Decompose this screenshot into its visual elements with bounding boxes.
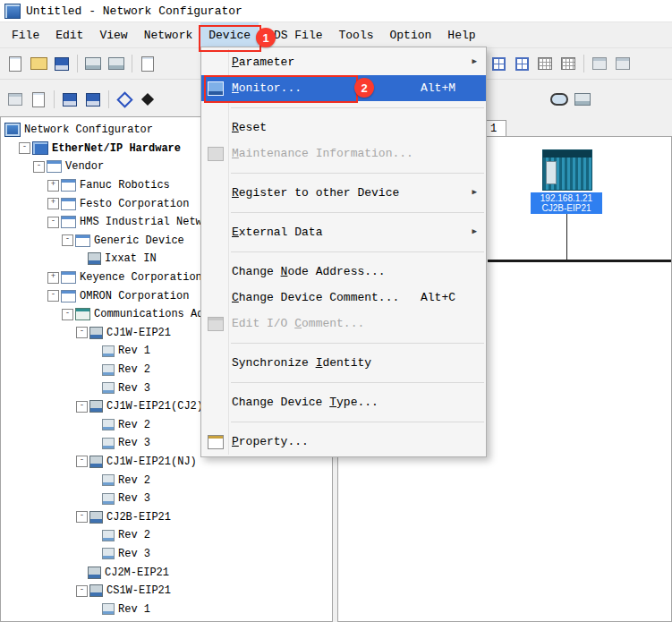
collapse-icon[interactable]: - (76, 585, 88, 597)
menu-option[interactable]: Option (382, 22, 440, 47)
collapse-icon[interactable]: - (76, 401, 88, 413)
collapse-icon[interactable]: - (76, 511, 88, 523)
rev-icon (102, 603, 115, 615)
expander-spacer (90, 549, 100, 558)
tree-item-label: CJ2B-EIP21 (106, 511, 171, 524)
monitor-icon (208, 81, 224, 96)
menu-network[interactable]: Network (136, 22, 201, 47)
toolbar-separator (132, 55, 132, 72)
submenu-arrow-icon: ▶ (472, 219, 477, 245)
menu-item-label: Edit I/O Comment... (232, 317, 364, 330)
upload-from-network-icon[interactable] (105, 53, 128, 74)
collapse-icon[interactable]: - (47, 217, 59, 228)
collapse-icon[interactable]: - (47, 290, 59, 302)
tree-item-label: Festo Corporation (80, 198, 189, 210)
device-label[interactable]: 192.168.1.21 CJ2B-EIP21 (531, 192, 602, 214)
menu-file[interactable]: File (4, 22, 47, 47)
open-file-icon[interactable] (27, 53, 50, 74)
expand-icon[interactable]: + (47, 272, 59, 284)
toolbar-separator (77, 55, 78, 72)
edit-sheet-icon[interactable] (136, 53, 159, 74)
application-window: Untitled - Network Configurator FileEdit… (0, 0, 672, 622)
window-tile-icon[interactable] (611, 53, 634, 74)
window-cascade-icon[interactable] (588, 53, 611, 74)
tree-item-label: Fanuc Robotics (80, 179, 170, 192)
hardware-icon (32, 141, 48, 155)
menu-item-label: Synchronize Identity (232, 356, 371, 370)
menu-item-reset[interactable]: Reset (201, 115, 486, 141)
find-device-icon[interactable] (548, 89, 571, 110)
menu-separator (231, 212, 484, 213)
large-icon-view-icon[interactable] (487, 53, 510, 74)
menu-item-parameter[interactable]: Parameter▶ (201, 49, 486, 75)
menu-item-monitor[interactable]: Monitor...Alt+M (201, 75, 486, 101)
menu-item-edit-i-o-comment: Edit I/O Comment... (201, 311, 486, 337)
adapter-icon (75, 308, 90, 320)
insert-device-icon[interactable] (136, 89, 159, 110)
device-icon (89, 327, 103, 339)
tree-item-label: CJ1W-EIP21(NJ) (106, 456, 197, 468)
upload-from-device-icon[interactable] (81, 89, 105, 110)
plc-top-band (543, 150, 591, 158)
plc-device-icon[interactable] (542, 149, 592, 191)
menu-item-change-device-comment[interactable]: Change Device Comment...Alt+C (201, 285, 486, 311)
expand-icon[interactable]: + (47, 180, 59, 192)
toolbar2-left-group (4, 89, 159, 110)
tree-item-rev-3[interactable]: Rev 3 (1, 545, 332, 564)
menu-item-register-to-other-device[interactable]: Register to other Device▶ (201, 180, 486, 206)
download-to-device-icon[interactable] (58, 89, 81, 110)
tree-item-label: Rev 3 (118, 548, 150, 560)
new-document-icon[interactable] (4, 53, 27, 74)
menu-item-property[interactable]: Property... (201, 429, 486, 455)
save-file-icon[interactable] (50, 53, 73, 74)
tree-item-cj2b-eip21[interactable]: -CJ2B-EIP21 (1, 507, 332, 526)
submenu-arrow-icon: ▶ (472, 49, 477, 75)
detail-view-icon[interactable] (557, 53, 580, 74)
parameter-edit-icon[interactable] (4, 89, 27, 110)
list-view-icon[interactable] (533, 53, 557, 74)
property-icon (208, 435, 224, 449)
io-comment-icon (208, 317, 224, 331)
expand-icon[interactable]: + (47, 198, 59, 209)
tree-item-cs1w-eip21[interactable]: -CS1W-EIP21 (1, 582, 332, 601)
collapse-icon[interactable]: - (62, 309, 73, 320)
menu-device[interactable]: Device (200, 22, 259, 47)
tree-item-label: CJ1W-EIP21(CJ2) (106, 400, 203, 413)
menu-edit[interactable]: Edit (47, 22, 91, 47)
menu-help[interactable]: Help (439, 22, 483, 47)
plc-module (546, 161, 557, 184)
folder-icon (47, 160, 62, 173)
menu-item-change-device-type[interactable]: Change Device Type... (201, 389, 486, 415)
toolbar1-left-group (4, 53, 159, 74)
maintenance-icon (208, 147, 224, 161)
tree-item-cj2m-eip21[interactable]: CJ2M-EIP21 (1, 563, 332, 582)
collapse-icon[interactable]: - (19, 142, 30, 154)
app-icon (4, 123, 21, 137)
tree-item-label: Rev 2 (118, 363, 150, 376)
collapse-icon[interactable]: - (76, 456, 88, 467)
device-status-icon[interactable] (571, 89, 594, 110)
app-icon (4, 4, 21, 19)
io-table-icon[interactable] (27, 89, 50, 110)
collapse-icon[interactable]: - (33, 161, 45, 173)
network-trunk-line (488, 260, 671, 262)
tree-item-label: Rev 3 (118, 382, 150, 395)
collapse-icon[interactable]: - (62, 234, 73, 246)
collapse-icon[interactable]: - (76, 327, 88, 338)
download-to-network-icon[interactable] (81, 53, 105, 74)
tree-item-label: CJ1W-EIP21 (106, 327, 171, 339)
tree-item-rev-3[interactable]: Rev 3 (1, 490, 332, 508)
insert-network-icon[interactable] (113, 89, 136, 110)
tree-item-rev-2[interactable]: Rev 2 (1, 471, 332, 490)
menu-item-change-node-address[interactable]: Change Node Address... (201, 259, 486, 285)
menu-item-label: Register to other Device (232, 186, 399, 200)
small-icon-view-icon[interactable] (510, 53, 533, 74)
menu-view[interactable]: View (91, 22, 135, 47)
menu-item-synchronize-identity[interactable]: Synchronize Identity (201, 350, 486, 376)
menu-item-external-data[interactable]: External Data▶ (201, 219, 486, 245)
toolbar-separator (108, 90, 109, 108)
tree-item-label: CS1W-EIP21 (106, 584, 171, 597)
tree-item-rev-1[interactable]: Rev 1 (1, 600, 332, 618)
menu-tools[interactable]: Tools (331, 22, 382, 47)
tree-item-rev-2[interactable]: Rev 2 (1, 526, 332, 545)
